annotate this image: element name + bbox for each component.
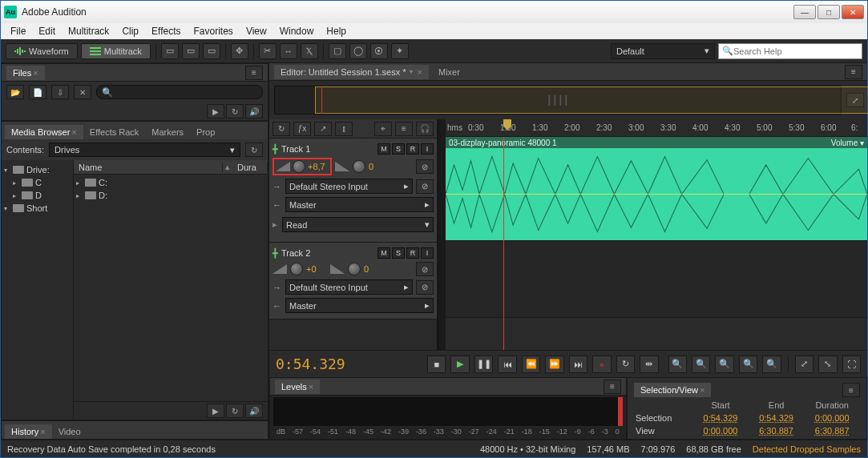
tc-eq-icon[interactable]: ⫿ <box>335 122 353 136</box>
mb-autoplay-button[interactable]: 🔊 <box>245 404 263 418</box>
selview-tab[interactable]: Selection/View× <box>634 383 711 397</box>
menu-favorites[interactable]: Favorites <box>189 24 238 38</box>
autoplay-button[interactable]: 🔊 <box>245 104 263 119</box>
rewind-button[interactable]: ⏪ <box>522 356 540 373</box>
tc-snap-icon[interactable]: ⌖ <box>374 122 392 136</box>
zoom-reset-amp-icon[interactable]: 🔍 <box>715 356 733 373</box>
levels-menu-icon[interactable]: ≡ <box>604 380 621 394</box>
brush-tool[interactable]: ⦿ <box>370 43 388 59</box>
menu-file[interactable]: File <box>6 24 30 38</box>
track2-monitor[interactable]: I <box>421 247 434 259</box>
drive-c[interactable]: ▸C: <box>75 176 266 189</box>
tc-ripple-icon[interactable]: ≡ <box>395 122 413 136</box>
tab-history[interactable]: History× <box>5 424 52 439</box>
tab-properties[interactable]: Prop <box>190 125 221 139</box>
track2-phase-icon[interactable]: ⊘ <box>416 262 434 276</box>
time-ruler[interactable]: hms 0:30 1:00 1:30 2:00 2:30 3:00 3:30 4… <box>446 119 867 137</box>
track2-volume-knob[interactable] <box>290 263 303 275</box>
menu-edit[interactable]: Edit <box>34 24 60 38</box>
skip-selection-button[interactable]: ⇹ <box>640 356 658 373</box>
multitrack-view-button[interactable]: Multitrack <box>81 43 151 59</box>
track1-automation-mode[interactable]: Read▾ <box>282 217 434 232</box>
view-end[interactable]: 6:30.887 <box>749 424 805 437</box>
track2-input-select[interactable]: Default Stereo Input▸ <box>285 279 413 295</box>
drive-d-left[interactable]: ▸D <box>3 189 71 202</box>
track1-output-select[interactable]: Master▸ <box>285 197 434 212</box>
drive-d[interactable]: ▸D: <box>75 189 266 202</box>
track1-mute[interactable]: M <box>377 143 390 155</box>
overview-timeline[interactable]: ┃┃┃┃ <box>274 86 842 114</box>
panel-menu-icon[interactable]: ≡ <box>245 66 263 80</box>
loop-preview-button[interactable]: ↻ <box>226 104 244 119</box>
track-2-lane[interactable] <box>446 241 867 318</box>
automation-arrow-icon[interactable]: ▸ <box>273 219 277 230</box>
spot-tool[interactable]: ✦ <box>391 43 409 59</box>
tab-video[interactable]: Video <box>52 424 87 439</box>
shortcuts-node[interactable]: ▾Short <box>3 202 71 215</box>
zoom-out-time-icon[interactable]: 🔍 <box>762 356 781 373</box>
go-start-button[interactable]: ⏮ <box>498 356 516 373</box>
levels-tab[interactable]: Levels× <box>275 380 320 394</box>
track2-output-select[interactable]: Master▸ <box>285 298 434 313</box>
track2-pan-value[interactable]: 0 <box>364 264 385 274</box>
track2-pan-knob[interactable] <box>348 263 361 275</box>
sort-icon[interactable]: ▴ <box>223 162 232 172</box>
search-help-input[interactable] <box>733 46 858 56</box>
playhead-line[interactable] <box>503 137 504 350</box>
zoom-out-amp-icon[interactable]: 🔍 <box>692 356 710 373</box>
tool-icon-3[interactable]: ▭ <box>203 43 220 59</box>
track1-record[interactable]: R <box>406 143 419 155</box>
close-button[interactable]: ✕ <box>842 5 864 19</box>
track1-input-mono-icon[interactable]: ⊘ <box>416 179 434 194</box>
selview-menu-icon[interactable]: ≡ <box>842 383 860 397</box>
tc-headphone-icon[interactable]: 🎧 <box>416 122 434 136</box>
tool-icon-2[interactable]: ▭ <box>182 43 200 59</box>
timecode-display[interactable]: 0:54.329 <box>276 356 369 372</box>
track2-solo[interactable]: S <box>392 247 405 259</box>
track1-pan-knob[interactable] <box>353 160 365 173</box>
track2-record[interactable]: R <box>406 247 419 259</box>
track-1-name[interactable]: Track 1 <box>281 144 374 154</box>
play-button[interactable]: ▶ <box>450 356 469 373</box>
track2-volume-value[interactable]: +0 <box>306 264 327 274</box>
track1-phase-icon[interactable]: ⊘ <box>416 159 434 174</box>
track-2-name[interactable]: Track 2 <box>281 248 374 258</box>
track1-pan-value[interactable]: 0 <box>369 162 390 171</box>
zoom-full-icon[interactable]: ⛶ <box>842 356 861 373</box>
zoom-in-amp-icon[interactable]: 🔍 <box>668 356 687 373</box>
forward-button[interactable]: ⏩ <box>545 356 563 373</box>
drive-c-left[interactable]: ▸C <box>3 176 71 189</box>
track2-mute[interactable]: M <box>377 247 390 259</box>
marquee-tool[interactable]: ▢ <box>329 43 346 59</box>
menu-effects[interactable]: Effects <box>147 24 185 38</box>
track-1-lane[interactable]: 03-dizplay-panoramic 48000 1 Volume ▾ <box>446 137 867 241</box>
sel-end[interactable]: 0:54.329 <box>749 412 805 424</box>
loop-button[interactable]: ↻ <box>616 356 635 373</box>
col-duration[interactable]: Dura <box>232 163 268 172</box>
tab-effects-rack[interactable]: Effects Rack <box>83 125 146 139</box>
open-file-icon[interactable]: 📂 <box>6 85 24 99</box>
zoom-in-time-icon[interactable]: 🔍 <box>739 356 757 373</box>
maximize-button[interactable]: □ <box>818 5 840 19</box>
search-help[interactable]: 🔍 <box>718 43 862 59</box>
time-select-tool[interactable]: Ⲭ <box>301 43 318 59</box>
overview-selection[interactable] <box>315 86 868 114</box>
track1-monitor[interactable]: I <box>421 143 434 155</box>
import-icon[interactable]: ⇩ <box>51 85 69 99</box>
track1-volume-knob[interactable] <box>293 160 305 173</box>
sel-start[interactable]: 0:54.329 <box>692 412 749 424</box>
track1-volume-value[interactable]: +8,7 <box>308 162 329 171</box>
menu-help[interactable]: Help <box>321 24 351 38</box>
files-tab[interactable]: Files× <box>6 66 45 80</box>
sel-duration[interactable]: 0:00.000 <box>804 412 860 424</box>
mb-play-button[interactable]: ▶ <box>207 404 224 418</box>
go-end-button[interactable]: ⏭ <box>569 356 587 373</box>
track2-input-mono-icon[interactable]: ⊘ <box>416 280 434 295</box>
view-duration[interactable]: 6:30.887 <box>804 424 860 437</box>
workspace-selector[interactable]: Default▾ <box>611 43 715 59</box>
tc-fx-icon[interactable]: ƒx <box>293 122 311 136</box>
razor-tool[interactable]: ✂ <box>259 43 277 59</box>
minimize-button[interactable]: — <box>793 5 816 19</box>
tc-send-icon[interactable]: ↗ <box>314 122 332 136</box>
mb-loop-button[interactable]: ↻ <box>226 404 244 418</box>
